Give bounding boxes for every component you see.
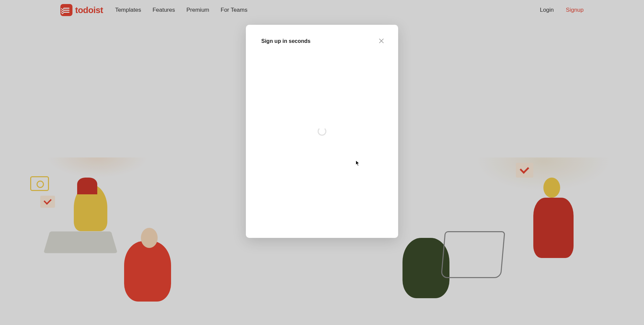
signup-modal: Sign up in seconds: [246, 25, 398, 238]
close-button[interactable]: [377, 37, 385, 45]
loading-spinner-icon: [318, 127, 326, 136]
cursor-icon: [356, 160, 360, 166]
modal-title: Sign up in seconds: [261, 38, 383, 44]
close-icon: [378, 38, 385, 44]
